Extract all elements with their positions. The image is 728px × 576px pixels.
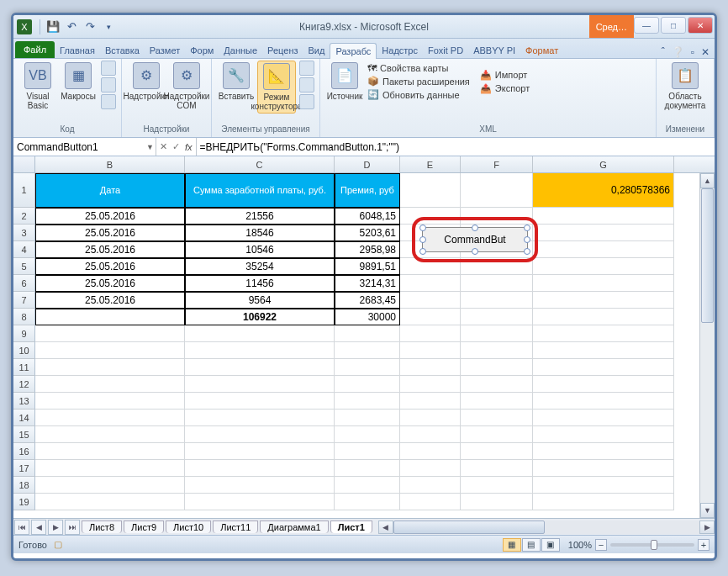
- cell-bonus[interactable]: 9891,51: [335, 258, 400, 275]
- resize-handle[interactable]: [472, 225, 478, 231]
- cell[interactable]: [185, 359, 335, 376]
- fx-icon[interactable]: fx: [185, 142, 193, 152]
- cell[interactable]: [533, 208, 674, 225]
- cell[interactable]: [35, 494, 185, 510]
- tab-abbyy[interactable]: ABBYY PI: [468, 43, 520, 58]
- select-all-corner[interactable]: [13, 156, 35, 172]
- macro-record-icon[interactable]: ▢: [54, 539, 62, 550]
- design-mode-button[interactable]: 📐 Режим конструктора: [257, 61, 296, 114]
- row-header[interactable]: 18: [13, 477, 35, 494]
- col-header-g[interactable]: G: [533, 156, 674, 172]
- col-header-c[interactable]: C: [185, 156, 335, 172]
- sheet-tab[interactable]: Диаграмма1: [260, 521, 328, 533]
- cell[interactable]: [185, 410, 335, 426]
- row-header[interactable]: 9: [13, 325, 35, 342]
- activex-command-button[interactable]: CommandBut: [422, 227, 528, 252]
- maximize-button[interactable]: □: [661, 17, 686, 34]
- cell[interactable]: [400, 426, 461, 443]
- tab-file[interactable]: Файл: [15, 41, 55, 58]
- tab-home[interactable]: Главная: [55, 43, 100, 58]
- row-header[interactable]: 4: [13, 241, 35, 258]
- cell[interactable]: [335, 494, 400, 510]
- row-header[interactable]: 2: [13, 208, 35, 225]
- cell[interactable]: [400, 376, 461, 393]
- cell-salary[interactable]: 18546: [185, 225, 335, 241]
- tab-data[interactable]: Данные: [219, 43, 262, 58]
- name-box-dropdown-icon[interactable]: ▼: [146, 143, 154, 151]
- cell[interactable]: [185, 342, 335, 359]
- header-salary[interactable]: Сумма заработной платы, руб.: [185, 173, 335, 208]
- col-header-e[interactable]: E: [400, 156, 461, 172]
- scroll-down-button[interactable]: ▼: [700, 503, 715, 518]
- cell[interactable]: [533, 342, 674, 359]
- row-header[interactable]: 5: [13, 258, 35, 275]
- resize-handle[interactable]: [472, 248, 478, 255]
- cell[interactable]: [400, 292, 461, 309]
- cell[interactable]: [461, 393, 533, 410]
- total-bonus[interactable]: 30000: [335, 309, 400, 325]
- cell[interactable]: [185, 477, 335, 494]
- cell[interactable]: [533, 460, 674, 477]
- cell[interactable]: [461, 376, 533, 393]
- zoom-slider[interactable]: [610, 543, 694, 547]
- cell[interactable]: [335, 410, 400, 426]
- properties-icon[interactable]: [299, 61, 314, 76]
- document-panel-button[interactable]: 📋 Область документа: [662, 61, 709, 112]
- refresh-data-button[interactable]: 🔄Обновить данные: [366, 88, 472, 101]
- cell-date[interactable]: 25.05.2016: [35, 241, 185, 258]
- sheet-nav-next[interactable]: ▶: [48, 520, 63, 535]
- cell[interactable]: [533, 477, 674, 494]
- cell[interactable]: [461, 426, 533, 443]
- zoom-in-button[interactable]: +: [698, 539, 710, 551]
- cell[interactable]: [461, 309, 533, 325]
- macro-security-icon[interactable]: [101, 94, 116, 109]
- view-page-break-button[interactable]: ▣: [541, 538, 560, 552]
- cell[interactable]: [461, 359, 533, 376]
- cell[interactable]: [533, 376, 674, 393]
- cell[interactable]: [461, 494, 533, 510]
- tab-layout[interactable]: Размет: [145, 43, 185, 58]
- cell[interactable]: [35, 359, 185, 376]
- cell[interactable]: [400, 342, 461, 359]
- cell[interactable]: [461, 292, 533, 309]
- cell[interactable]: [533, 393, 674, 410]
- cell[interactable]: [400, 393, 461, 410]
- tab-view[interactable]: Вид: [303, 43, 330, 58]
- cell[interactable]: [461, 258, 533, 275]
- cell[interactable]: [400, 460, 461, 477]
- cell[interactable]: [533, 494, 674, 510]
- workbook-close-icon[interactable]: ✕: [701, 46, 710, 58]
- cell[interactable]: [461, 342, 533, 359]
- tab-format[interactable]: Формат: [520, 43, 563, 58]
- undo-icon[interactable]: ↶: [63, 18, 80, 35]
- cell[interactable]: [400, 275, 461, 292]
- ribbon-minimize-icon[interactable]: ˆ: [662, 46, 665, 58]
- cell-date[interactable]: 25.05.2016: [35, 275, 185, 292]
- cell[interactable]: [533, 325, 674, 342]
- insert-control-button[interactable]: 🔧 Вставить: [217, 61, 256, 103]
- tab-foxit[interactable]: Foxit PD: [423, 43, 468, 58]
- tab-addins[interactable]: Надстрс: [377, 43, 423, 58]
- cell-salary[interactable]: 9564: [185, 292, 335, 309]
- cell-bonus[interactable]: 5203,61: [335, 225, 400, 241]
- tab-insert[interactable]: Вставка: [100, 43, 145, 58]
- sheet-nav-first[interactable]: ⏮: [14, 520, 29, 535]
- row-header[interactable]: 7: [13, 292, 35, 309]
- close-button[interactable]: ✕: [688, 17, 713, 34]
- cell-salary[interactable]: 21556: [185, 208, 335, 225]
- col-header-f[interactable]: F: [461, 156, 533, 172]
- cell[interactable]: [35, 460, 185, 477]
- cell[interactable]: [400, 359, 461, 376]
- cell[interactable]: [185, 376, 335, 393]
- row-header[interactable]: 14: [13, 410, 35, 426]
- expansion-packs-button[interactable]: 📦Пакеты расширения: [366, 75, 472, 87]
- row-header[interactable]: 11: [13, 359, 35, 376]
- row-header[interactable]: 19: [13, 494, 35, 510]
- cancel-formula-icon[interactable]: ✕: [160, 141, 167, 152]
- resize-handle[interactable]: [419, 225, 426, 231]
- resize-handle[interactable]: [524, 248, 530, 255]
- cell[interactable]: [400, 258, 461, 275]
- row-header[interactable]: 15: [13, 426, 35, 443]
- cell-bonus[interactable]: 6048,15: [335, 208, 400, 225]
- cell-date[interactable]: 25.05.2016: [35, 292, 185, 309]
